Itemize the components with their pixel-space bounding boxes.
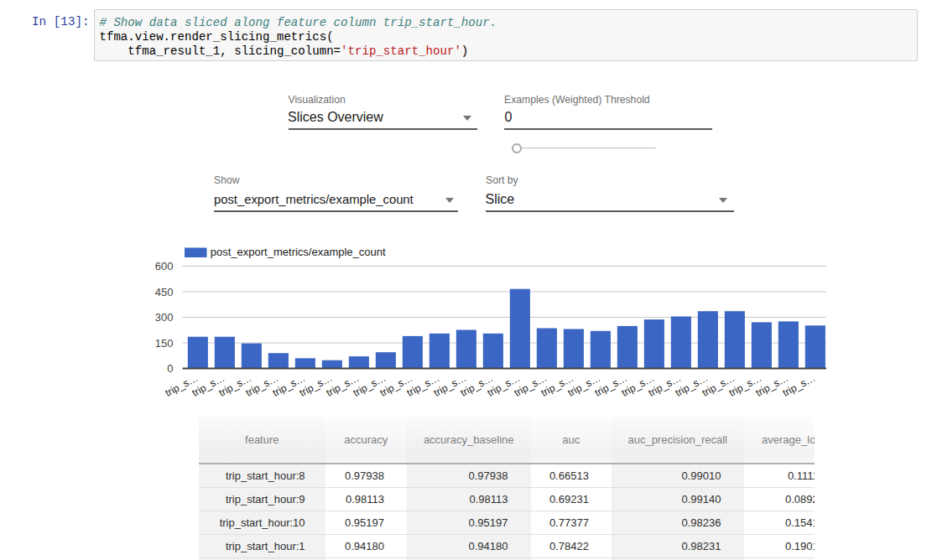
- svg-text:post_export_metrics/example_co: post_export_metrics/example_count: [211, 246, 386, 258]
- svg-text:0: 0: [167, 362, 173, 375]
- svg-text:300: 300: [155, 311, 174, 324]
- svg-text:450: 450: [155, 286, 174, 298]
- svg-text:600: 600: [155, 260, 174, 272]
- svg-text:150: 150: [155, 337, 174, 350]
